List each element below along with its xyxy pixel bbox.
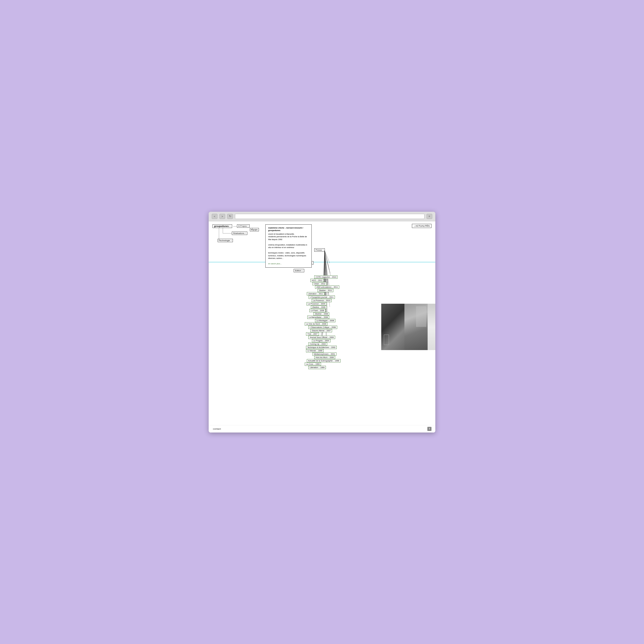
equipe-nav[interactable]: Equipe: [250, 228, 259, 231]
press-item-scenographie[interactable]: Actualité de la Scénographie – 1999: [307, 359, 341, 362]
popup-line4: techniques mixtes : vidéo, sons, disposi…: [268, 252, 309, 260]
press-item-mediamorphoses[interactable]: Médiamorphoses – 2001: [312, 352, 336, 356]
reload-button[interactable]: ↻: [227, 214, 233, 219]
press-item-montagne[interactable]: La Montagne – 2008: [315, 319, 335, 322]
press-item-cesar[interactable]: César – 2012: [312, 282, 327, 285]
address-bar[interactable]: [235, 214, 425, 219]
press-item-horsmurs[interactable]: Hors les Murs – 2000: [314, 356, 335, 359]
logo[interactable]: groupedunes ↑: [213, 224, 232, 228]
actualites-button[interactable]: ↓ ACTUALITÉS: [412, 224, 431, 228]
press-item-hco[interactable]: HCO – 2012: [310, 279, 324, 282]
press-item-journalsofficiel[interactable]: Journal Sous Officiel – 2006: [308, 336, 335, 339]
press-item-croix[interactable]: La Croix – 1999: [305, 362, 321, 366]
popup-link[interactable]: en savoir plus...: [268, 262, 309, 265]
press-item-marseillaise[interactable]: La Marseillaise – 2008: [307, 316, 329, 319]
logo-rest: dunes: [222, 225, 229, 227]
press-item-prov2010[interactable]: La Provence – 2010: [312, 299, 332, 302]
press-item-lib1999[interactable]: Libération – 1999: [308, 366, 326, 369]
press-item-point[interactable]: Le Point – 2009: [309, 309, 326, 312]
image-2: [404, 304, 428, 350]
forward-button[interactable]: >: [219, 214, 225, 219]
logo-bold: groupe: [214, 225, 222, 227]
press-item-prov2009[interactable]: La Provence – 2009: [307, 302, 326, 306]
press-item-observatoire[interactable]: L'Observatoire Critique – 2008: [308, 326, 337, 329]
browser-window: < > ↻ ≡ ↓ ACTUALITÉS madeleine chiche – …: [209, 212, 435, 433]
svg-line-7: [325, 250, 330, 263]
popup-line2: résidents permanents de la Friche la Bel…: [268, 235, 309, 241]
press-item-voixnord[interactable]: La Voix du Nord – 2008: [305, 322, 327, 326]
press-item-zib2011[interactable]: Zibeline – 2011: [318, 289, 333, 292]
press-item-7md[interactable]: 7md – 2007: [306, 332, 319, 336]
press-item-monde[interactable]: Le Monde – 1999: [306, 349, 324, 352]
browser-content: ↓ ACTUALITÉS madeleine chiche – bernard …: [209, 221, 435, 433]
realisations-nav[interactable]: Réalisations ↑: [232, 232, 247, 235]
menu-button[interactable]: ≡: [427, 214, 432, 219]
image-1: [381, 304, 404, 350]
press-item-cote[interactable]: COTE magazine – 2013: [314, 275, 337, 279]
popup-title: madeleine chiche – bernard misrachi / gr…: [268, 227, 309, 232]
press-item-zib2008[interactable]: Zibeline – 2008: [313, 312, 329, 316]
logo-arrow: ↑: [230, 225, 231, 227]
press-item-progres[interactable]: Le Progrès – 2004: [312, 339, 331, 342]
right-images: [381, 304, 435, 350]
press-item-zib2009[interactable]: Zibeline – 2009: [311, 306, 327, 309]
image-3: [428, 304, 435, 350]
press-item-lib2011[interactable]: Libération – 2011: [307, 292, 324, 295]
facebook-icon[interactable]: f: [427, 427, 431, 431]
browser-chrome: < > ↻ ≡: [209, 212, 435, 221]
contact-label[interactable]: :contact:: [213, 428, 221, 430]
presse-nav[interactable]: Presse ↑: [314, 248, 325, 252]
info-popup: madeleine chiche – bernard misrachi / gr…: [265, 224, 312, 268]
press-item-2000art[interactable]: 2000 articulations – 2011: [315, 285, 339, 289]
popup-line3: cinéma d'exposition, installation multim…: [268, 244, 309, 249]
technologie-nav[interactable]: Technologie ↑: [218, 239, 233, 242]
press-item-giaures[interactable]: Giaures Atenai – 2007: [310, 329, 332, 332]
press-item-comingup[interactable]: Coming Up – 2003: [308, 342, 327, 346]
back-button[interactable]: <: [212, 214, 217, 219]
press-item-technique[interactable]: Technique et Architecture – 2002: [306, 346, 337, 349]
popup-line1: vivent et travaillent à Marseille.: [268, 233, 309, 236]
apropos-nav[interactable]: À Propos ↑: [237, 224, 250, 228]
site-footer: :contact: f: [209, 425, 435, 433]
press-item-ososphere[interactable]: L'Ososphère journal – 2011: [309, 295, 335, 299]
